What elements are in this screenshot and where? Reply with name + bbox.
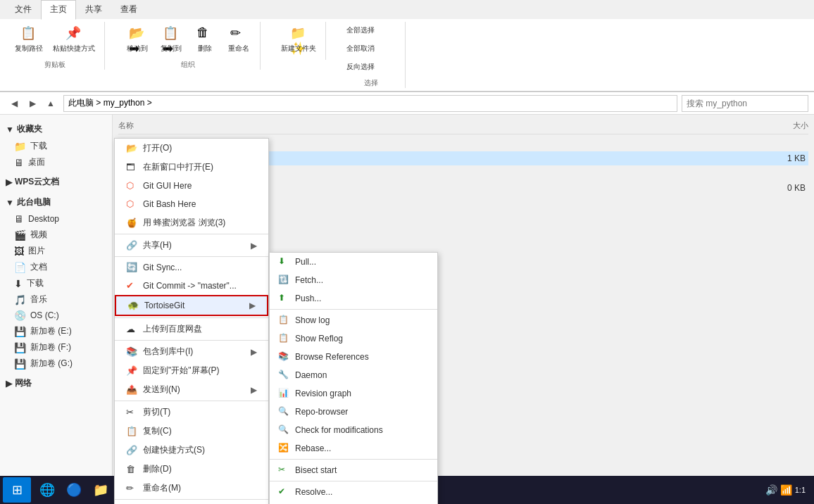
folder-icon: 🖼 <box>14 246 24 257</box>
ctx-item-label: TortoiseGit <box>144 301 184 310</box>
sidebar-header-mypc[interactable]: ▼ 此台电脑 <box>0 194 112 211</box>
ctx-item-open-new[interactable]: 🗔 在新窗口中打开(E) <box>115 158 268 177</box>
sidebar-item-vol-f[interactable]: 💾 新加卷 (F:) <box>0 339 112 355</box>
btn-move-to[interactable]: 📂➡ 移动到 <box>122 22 153 57</box>
btn-copy-to[interactable]: 📋➡ 复制到 <box>156 22 187 57</box>
sidebar-header-wps[interactable]: ▶ WPS云文档 <box>0 173 112 191</box>
rename-icon: ✏ <box>230 25 247 42</box>
submenu-item-revert[interactable]: ↩ Revert... <box>270 501 437 504</box>
sidebar-item-label: 桌面 <box>28 156 45 168</box>
sub-separator <box>270 481 437 481</box>
sidebar-item-os-c[interactable]: 💿 OS (C:) <box>0 308 112 323</box>
submenu-item-push[interactable]: ⬆ Push... <box>270 289 437 308</box>
ctx-item-label: 包含到库中(I) <box>143 346 193 358</box>
back-button[interactable]: ◀ <box>6 95 23 112</box>
submenu-item-check-mod[interactable]: 🔍 Check for modifications <box>270 421 437 439</box>
resolve-icon: ✔ <box>278 486 289 498</box>
sidebar-item-music[interactable]: 🎵 音乐 <box>0 291 112 308</box>
sidebar-item-download[interactable]: 📁 下载 <box>0 138 112 154</box>
taskbar-clock: 1:1 <box>795 486 806 494</box>
open-new-icon: 🗔 <box>126 162 137 173</box>
submenu-item-repo-browser[interactable]: 🔍 Repo-browser <box>270 403 437 421</box>
submenu-item-resolve[interactable]: ✔ Resolve... <box>270 483 437 501</box>
ctx-item-share[interactable]: 🔗 共享(H) ▶ <box>115 236 268 255</box>
system-icon-network[interactable]: 📶 <box>780 484 792 496</box>
taskbar-item-explorer[interactable]: 📁 <box>87 477 114 503</box>
submenu-item-revision-graph[interactable]: 📊 Revision graph <box>270 384 437 403</box>
btn-paste-shortcut[interactable]: 📌 粘贴快捷方式 <box>49 22 99 57</box>
address-input[interactable] <box>63 95 677 112</box>
submenu-item-show-reflog[interactable]: 📋 Show Reflog <box>270 329 437 348</box>
ctx-item-cut[interactable]: ✂ 剪切(T) <box>115 403 268 422</box>
ctx-item-git-gui[interactable]: ⬡ Git GUI Here <box>115 177 268 195</box>
sidebar-section-network: ▶ 网络 <box>0 374 112 392</box>
submenu-item-fetch[interactable]: 🔃 Fetch... <box>270 271 437 289</box>
move-to-icon: 📂➡ <box>129 25 146 42</box>
wps-label: WPS云文档 <box>15 176 59 188</box>
up-button[interactable]: ▲ <box>42 95 59 112</box>
forward-button[interactable]: ▶ <box>24 95 41 112</box>
btn-rename[interactable]: ✏ 重命名 <box>223 22 254 57</box>
btn-invert-selection[interactable]: 反向选择 <box>343 58 399 75</box>
search-input[interactable] <box>682 95 808 112</box>
ctx-item-copy[interactable]: 📋 复制(C) <box>115 422 268 441</box>
ctx-item-pin-start[interactable]: 📌 固定到"开始"屏幕(P) <box>115 361 268 380</box>
sidebar-item-pictures[interactable]: 🖼 图片 <box>0 243 112 259</box>
btn-new-folder[interactable]: 📁✨ 新建文件夹 <box>277 22 320 57</box>
sidebar-item-vol-g[interactable]: 💾 新加卷 (G:) <box>0 355 112 372</box>
sidebar-header-favorites[interactable]: ▼ 收藏夹 <box>0 120 112 138</box>
submenu-item-rebase[interactable]: 🔀 Rebase... <box>270 439 437 458</box>
sidebar-item-vol-e[interactable]: 💾 新加卷 (E:) <box>0 323 112 339</box>
sidebar-item-docs[interactable]: 📄 文档 <box>0 259 112 275</box>
ctx-item-baidu[interactable]: ☁ 上传到百度网盘 <box>115 320 268 339</box>
btn-select-all[interactable]: 全部选择 <box>343 22 399 39</box>
btn-copy-path[interactable]: 📋 复制路径 <box>11 22 46 57</box>
ctx-item-git-bash[interactable]: ⬡ Git Bash Here <box>115 195 268 213</box>
submenu-item-pull[interactable]: ⬇ Pull... <box>270 253 437 271</box>
ctx-item-tortoisegit[interactable]: 🐢 TortoiseGit ▶ <box>115 295 268 316</box>
tab-view[interactable]: 查看 <box>111 0 146 19</box>
submenu-item-daemon[interactable]: 🔧 Daemon <box>270 366 437 384</box>
system-icon-sound[interactable]: 🔊 <box>765 484 777 496</box>
sidebar-item-desktop2[interactable]: 🖥 Desktop <box>0 211 112 227</box>
repo-browser-icon: 🔍 <box>278 406 289 417</box>
btn-delete[interactable]: 🗑 删除 <box>189 22 220 57</box>
submenu-arrow: ▶ <box>251 385 257 395</box>
ctx-item-delete[interactable]: 🗑 删除(D) <box>115 460 268 479</box>
ctx-item-shortcut[interactable]: 🔗 创建快捷方式(S) <box>115 441 268 460</box>
tab-file[interactable]: 文件 <box>6 0 41 19</box>
ctx-item-open[interactable]: 📂 打开(O) <box>115 139 268 158</box>
mypc-expand-icon: ▼ <box>6 198 14 208</box>
sidebar-header-network[interactable]: ▶ 网络 <box>0 374 112 392</box>
submenu-item-browse-refs[interactable]: 📚 Browse References <box>270 348 437 366</box>
ctx-item-git-sync[interactable]: 🔄 Git Sync... <box>115 258 268 277</box>
push-icon: ⬆ <box>278 293 289 304</box>
ctx-item-send-to[interactable]: 📤 发送到(N) ▶ <box>115 380 268 399</box>
folder-icon: 📁 <box>14 141 26 152</box>
ctx-item-label: 固定到"开始"屏幕(P) <box>143 365 220 377</box>
col-name-header: 名称 <box>118 120 759 131</box>
taskbar-item-chrome[interactable]: 🔵 <box>61 477 87 503</box>
sidebar-item-desktop[interactable]: 🖥 桌面 <box>0 154 112 170</box>
ctx-item-rename[interactable]: ✏ 重命名(M) <box>115 479 268 498</box>
submenu-arrow: ▶ <box>251 347 257 357</box>
submenu-item-label: Check for modifications <box>295 425 383 435</box>
start-button[interactable]: ⊞ <box>3 477 31 503</box>
tab-share[interactable]: 共享 <box>76 0 111 19</box>
taskbar-item-edge[interactable]: 🌐 <box>34 477 61 503</box>
ctx-item-include-lib[interactable]: 📚 包含到库中(I) ▶ <box>115 342 268 361</box>
browse-refs-icon: 📚 <box>278 351 289 363</box>
submenu-item-show-log[interactable]: 📋 Show log <box>270 311 437 329</box>
sidebar-item-downloads2[interactable]: ⬇ 下载 <box>0 275 112 291</box>
submenu-item-bisect-start[interactable]: ✂ Bisect start <box>270 461 437 479</box>
btn-select-none[interactable]: 全部取消 <box>343 40 399 57</box>
wps-expand-icon: ▶ <box>6 177 12 187</box>
ctx-item-browser[interactable]: 🍯 用 蜂蜜浏览器 浏览(3) <box>115 213 268 232</box>
sub-separator <box>270 309 437 310</box>
ctx-item-label: Git Commit -> "master"... <box>143 281 237 291</box>
tab-home[interactable]: 主页 <box>41 0 76 20</box>
sidebar-item-videos[interactable]: 🎬 视频 <box>0 227 112 243</box>
ctx-item-git-commit[interactable]: ✔ Git Commit -> "master"... <box>115 277 268 295</box>
copy-path-icon: 📋 <box>20 25 37 42</box>
ctx-item-properties[interactable]: ⚙ 属性(R) <box>115 501 268 504</box>
